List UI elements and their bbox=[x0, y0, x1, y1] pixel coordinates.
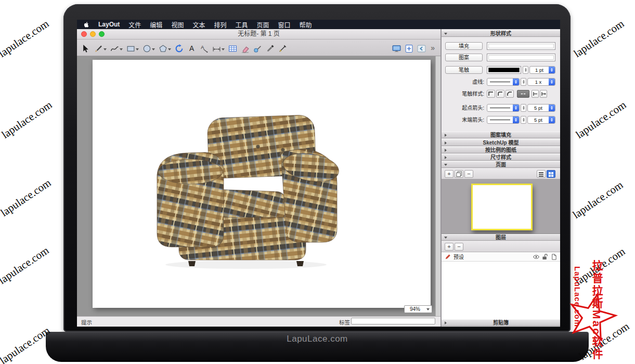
menu-item-text[interactable]: 文本 bbox=[192, 20, 205, 29]
previous-page-button[interactable] bbox=[417, 43, 426, 53]
hint-label: 提示 bbox=[81, 318, 92, 326]
fill-color-well[interactable] bbox=[487, 42, 555, 50]
menu-item-view[interactable]: 视图 bbox=[171, 20, 184, 29]
add-layer-button[interactable]: + bbox=[445, 243, 453, 251]
add-page-button[interactable] bbox=[405, 43, 413, 53]
zoom-window-button[interactable] bbox=[99, 31, 105, 37]
dropdown-arrows-icon bbox=[513, 79, 519, 85]
stroke-width-dropdown[interactable]: 1 pt bbox=[529, 66, 555, 74]
scrapbook-section-header[interactable]: 剪贴簿 bbox=[442, 319, 560, 326]
remove-layer-button[interactable]: − bbox=[455, 243, 463, 251]
scaled-drawing-section-header[interactable]: 按比例的图纸 bbox=[442, 147, 560, 153]
laptop-base-label: LapuLace.com bbox=[287, 334, 348, 344]
stroke-cap-round-button[interactable] bbox=[540, 90, 547, 98]
minimize-window-button[interactable] bbox=[90, 31, 96, 37]
eraser-tool[interactable] bbox=[241, 43, 250, 53]
menu-item-tools[interactable]: 工具 bbox=[235, 20, 248, 29]
layer-share-page-icon[interactable] bbox=[551, 254, 557, 260]
freehand-tool-dropdown-icon bbox=[120, 48, 123, 52]
layer-row[interactable]: 预设 bbox=[442, 252, 560, 262]
end-arrow-dropdown[interactable] bbox=[487, 116, 520, 124]
dimension-tool[interactable] bbox=[212, 43, 225, 53]
page-list-view-button[interactable] bbox=[537, 170, 546, 178]
offset-tool[interactable] bbox=[175, 43, 184, 53]
line-tool[interactable] bbox=[94, 43, 107, 53]
stroke-join-miter-button[interactable] bbox=[487, 90, 495, 98]
dimension-style-section-header[interactable]: 尺寸样式 bbox=[442, 154, 560, 161]
end-arrow-size-dropdown[interactable]: 5 pt bbox=[527, 116, 555, 124]
split-tool[interactable] bbox=[278, 43, 287, 53]
watermark-text: lapulace.com bbox=[0, 98, 55, 141]
page-thumbnail-selected[interactable] bbox=[471, 184, 533, 230]
dash-pattern-dropdown[interactable] bbox=[487, 78, 520, 86]
label-tool[interactable]: A bbox=[200, 43, 209, 53]
sketchup-model-armchair[interactable] bbox=[145, 113, 347, 269]
stroke-cap-butt-button[interactable] bbox=[532, 90, 539, 98]
page-grid-view-button[interactable] bbox=[547, 170, 555, 178]
apple-menu-icon[interactable] bbox=[83, 21, 89, 28]
polygon-tool[interactable] bbox=[159, 43, 171, 53]
pattern-button[interactable]: 图案 bbox=[445, 54, 483, 61]
line-tool-dropdown-icon bbox=[103, 48, 107, 52]
toolbar-overflow-button[interactable]: » bbox=[430, 43, 436, 53]
shape-style-title: 形状样式 bbox=[490, 31, 511, 36]
pattern-well[interactable] bbox=[487, 54, 555, 61]
menu-item-pages[interactable]: 页面 bbox=[256, 20, 269, 29]
end-arrow-size-value: 5 pt bbox=[528, 117, 549, 123]
stroke-width-stepper[interactable] bbox=[523, 66, 528, 74]
rectangle-tool[interactable] bbox=[126, 43, 139, 53]
start-arrow-dropdown[interactable] bbox=[487, 104, 520, 112]
stroke-button[interactable]: 笔触 bbox=[445, 66, 483, 74]
close-window-button[interactable] bbox=[81, 31, 87, 37]
pages-section-header[interactable]: 页面 bbox=[442, 161, 560, 168]
document-page[interactable] bbox=[93, 60, 431, 308]
dash-scale-dropdown[interactable]: 1 x bbox=[527, 78, 555, 86]
canvas-scrollbar[interactable] bbox=[435, 56, 440, 316]
menu-item-edit[interactable]: 编辑 bbox=[150, 20, 162, 29]
menu-item-file[interactable]: 文件 bbox=[128, 20, 141, 29]
duplicate-page-button[interactable] bbox=[455, 170, 463, 178]
screen: LayOut 文件 编辑 视图 文本 排列 工具 页面 窗口 帮助 无标题- 第… bbox=[77, 20, 560, 328]
end-arrow-size-stepper[interactable] bbox=[521, 116, 526, 124]
remove-page-button[interactable]: − bbox=[464, 170, 473, 178]
start-arrow-size-stepper[interactable] bbox=[521, 104, 526, 112]
add-page-button[interactable]: + bbox=[445, 170, 453, 178]
stroke-dashes-button[interactable] bbox=[517, 90, 529, 98]
star-stamp-icon bbox=[559, 284, 625, 350]
layers-section-header[interactable]: 图层 bbox=[442, 234, 560, 241]
end-arrow-label: 末端箭头: bbox=[453, 116, 484, 124]
document-canvas[interactable]: 94% bbox=[77, 56, 440, 316]
pages-list[interactable] bbox=[442, 179, 560, 234]
tag-label: 标签 bbox=[339, 318, 350, 326]
fill-button[interactable]: 填充 bbox=[445, 42, 483, 50]
pattern-fill-section-header[interactable]: 图案填充 bbox=[442, 132, 560, 138]
select-tool[interactable] bbox=[82, 43, 90, 53]
start-arrow-size-value: 5 pt bbox=[528, 105, 549, 111]
dropdown-arrows-icon bbox=[513, 105, 519, 111]
stroke-color-well[interactable] bbox=[487, 66, 521, 74]
zoom-dropdown[interactable]: 94% bbox=[404, 305, 432, 313]
layer-visibility-eye-icon[interactable] bbox=[533, 254, 539, 260]
presentation-tool[interactable] bbox=[392, 43, 401, 53]
dropdown-arrows-icon bbox=[549, 105, 555, 111]
layer-unlocked-icon[interactable] bbox=[542, 254, 548, 260]
menu-item-arrange[interactable]: 排列 bbox=[214, 20, 226, 29]
grid-icon bbox=[549, 172, 554, 177]
stroke-join-round-button[interactable] bbox=[496, 90, 504, 98]
text-tool[interactable]: A bbox=[187, 43, 196, 53]
circle-tool[interactable] bbox=[142, 43, 155, 53]
stroke-join-bevel-button[interactable] bbox=[506, 90, 514, 98]
menu-item-window[interactable]: 窗口 bbox=[278, 20, 290, 29]
start-arrow-size-dropdown[interactable]: 5 pt bbox=[527, 104, 555, 112]
menu-item-help[interactable]: 帮助 bbox=[299, 20, 312, 29]
table-tool[interactable] bbox=[228, 43, 237, 53]
disclosure-right-icon bbox=[445, 141, 448, 145]
freehand-tool[interactable] bbox=[110, 43, 123, 53]
eyedropper-tool[interactable] bbox=[266, 43, 275, 53]
style-tool[interactable] bbox=[253, 43, 262, 53]
sketchup-model-section-header[interactable]: SketchUp 模型 bbox=[442, 139, 560, 146]
menu-app-name[interactable]: LayOut bbox=[98, 21, 120, 28]
shape-style-section-header[interactable]: 形状样式 bbox=[442, 30, 560, 37]
tag-input[interactable] bbox=[351, 318, 435, 324]
dash-scale-stepper[interactable] bbox=[521, 78, 526, 86]
